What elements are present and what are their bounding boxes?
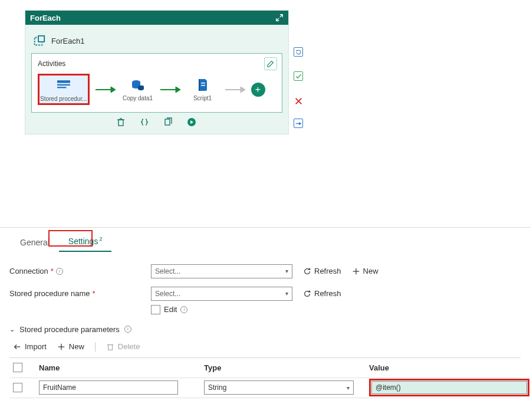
sp-parameters-section-header[interactable]: ⌄ Stored procedure parameters i <box>9 323 521 342</box>
collapse-icon[interactable] <box>275 14 284 22</box>
foreach-header[interactable]: ForEach <box>25 11 288 25</box>
param-value-highlight: @item() <box>369 379 529 396</box>
refresh-sp-button[interactable]: Refresh <box>303 289 341 298</box>
svg-rect-34 <box>108 344 112 350</box>
foreach-name-label: ForEach1 <box>51 37 84 45</box>
sp-name-label: Stored procedure name* <box>9 289 151 298</box>
activity-stored-procedure[interactable]: Stored procedur... <box>38 74 90 105</box>
svg-rect-3 <box>57 80 70 83</box>
svg-marker-22 <box>296 50 298 51</box>
tab-general[interactable]: General <box>11 234 59 252</box>
svg-marker-15 <box>241 87 245 93</box>
import-icon <box>13 343 21 351</box>
param-value-input[interactable]: @item() <box>371 381 527 394</box>
svg-marker-26 <box>299 122 301 125</box>
svg-marker-11 <box>176 87 180 93</box>
go-icon[interactable] <box>187 117 197 128</box>
chevron-down-icon: ▾ <box>285 268 288 274</box>
tab-settings[interactable]: Settings2 <box>59 232 112 252</box>
edit-activities-button[interactable] <box>264 57 277 70</box>
svg-rect-5 <box>57 87 66 88</box>
foreach-title-row: ForEach1 <box>31 32 282 53</box>
svg-rect-13 <box>201 85 205 86</box>
activities-label: Activities <box>38 58 276 71</box>
toolbar-separator <box>95 342 96 352</box>
sp-name-select[interactable]: Select...▾ <box>151 287 292 301</box>
svg-rect-16 <box>118 120 123 126</box>
activity-copy-data[interactable]: Copy data1 <box>121 77 154 101</box>
param-name-input[interactable]: FruitName <box>39 380 178 395</box>
select-all-checkbox[interactable] <box>13 363 22 372</box>
script-icon <box>194 77 212 93</box>
success-arrow-icon <box>160 86 180 93</box>
next-arrow-icon <box>225 86 245 93</box>
chevron-down-icon: ▾ <box>347 385 350 391</box>
connection-row: Connection*i Select...▾ Refresh New <box>9 262 521 280</box>
pipeline-row: Stored procedur... Copy data1 <box>38 71 276 105</box>
foreach-loop-icon <box>32 34 45 47</box>
new-connection-button[interactable]: New <box>352 267 378 275</box>
failure-badge-icon[interactable] <box>294 96 303 106</box>
svg-rect-12 <box>201 83 205 84</box>
connection-label: Connection*i <box>9 267 151 275</box>
copy-data-icon <box>129 77 147 93</box>
sp-name-row: Stored procedure name* Select...▾ Refres… <box>9 285 521 303</box>
foreach-card: ForEach ForEach1 Activities Stor <box>25 10 289 134</box>
success-arrow-icon <box>96 86 116 93</box>
column-header-value[interactable]: Value <box>366 358 521 378</box>
parameters-toolbar: Import New Delete <box>9 342 521 357</box>
chevron-down-icon: ▾ <box>285 290 288 297</box>
svg-rect-2 <box>38 36 44 42</box>
properties-panel: General Settings2 Connection*i Select...… <box>0 227 530 398</box>
foreach-header-title: ForEach <box>30 14 61 22</box>
success-badge-icon[interactable] <box>294 71 303 81</box>
add-activity-button[interactable]: + <box>251 83 265 97</box>
rerun-badge-icon[interactable] <box>294 47 303 57</box>
activity-script[interactable]: Script1 <box>186 77 219 101</box>
activities-container: Activities Stored procedur... <box>31 53 282 113</box>
card-toolbar <box>31 113 282 134</box>
svg-rect-19 <box>165 119 170 125</box>
svg-rect-4 <box>57 84 70 86</box>
svg-marker-7 <box>111 87 116 93</box>
import-button[interactable]: Import <box>13 342 47 351</box>
param-type-select[interactable]: String▾ <box>204 380 354 395</box>
delete-parameter-button[interactable]: Delete <box>106 342 140 351</box>
info-icon[interactable]: i <box>56 268 63 275</box>
refresh-connection-button[interactable]: Refresh <box>303 267 341 275</box>
clone-icon[interactable] <box>163 117 174 128</box>
delete-icon[interactable] <box>116 117 127 128</box>
parameters-grid: Name Type Value FruitName String▾ @item(… <box>9 357 521 398</box>
grid-header-row: Name Type Value <box>9 358 521 378</box>
chevron-down-icon: ⌄ <box>9 326 15 333</box>
connection-select[interactable]: Select...▾ <box>151 264 292 278</box>
row-checkbox[interactable] <box>13 383 22 392</box>
code-icon[interactable] <box>140 117 150 128</box>
edit-checkbox[interactable] <box>151 305 160 314</box>
refresh-icon <box>303 290 311 298</box>
activity-stored-procedure-label: Stored procedur... <box>40 96 87 102</box>
refresh-icon <box>303 267 311 275</box>
skip-badge-icon[interactable] <box>294 119 303 128</box>
plus-icon <box>57 343 65 351</box>
tab-settings-badge: 2 <box>98 236 102 242</box>
edit-checkbox-row: Edit i <box>9 305 521 314</box>
column-header-name[interactable]: Name <box>35 358 200 378</box>
activity-script-label: Script1 <box>193 95 212 101</box>
plus-icon <box>352 267 360 275</box>
tabs: General Settings2 <box>0 232 530 252</box>
info-icon[interactable]: i <box>180 306 187 313</box>
table-row: FruitName String▾ @item() <box>9 378 521 398</box>
delete-icon <box>106 343 114 351</box>
activity-copy-data-label: Copy data1 <box>123 95 153 101</box>
info-icon[interactable]: i <box>124 326 131 333</box>
stored-procedure-icon <box>55 78 73 93</box>
column-header-type[interactable]: Type <box>200 358 366 378</box>
edit-label: Edit <box>164 305 177 314</box>
new-parameter-button[interactable]: New <box>57 342 84 351</box>
